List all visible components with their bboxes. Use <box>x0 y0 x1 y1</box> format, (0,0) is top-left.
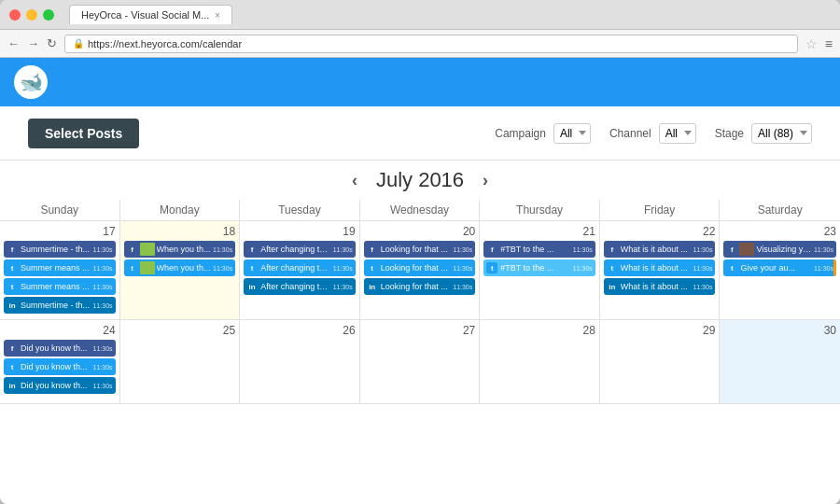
post-item[interactable]: t Looking for that ... 11:30s <box>364 259 476 276</box>
post-item[interactable]: t Did you know th... 11:30s <box>4 358 116 375</box>
channel-filter: Channel All <box>609 123 696 144</box>
reload-button[interactable]: ↻ <box>47 36 57 50</box>
facebook-icon: f <box>486 244 497 255</box>
post-item[interactable]: in What is it about ... 11:30s <box>604 278 716 295</box>
twitter-icon: t <box>7 281 18 292</box>
post-text: Did you know th... <box>21 362 91 371</box>
date-22: 22 <box>604 225 716 238</box>
bookmark-button[interactable]: ☆ <box>805 36 818 51</box>
post-item[interactable]: f When you th... 11:30s <box>124 241 236 258</box>
fullscreen-dot[interactable] <box>43 9 54 21</box>
post-item[interactable]: in Summertime - th... 11:30s <box>4 297 116 314</box>
logo-icon: 🐋 <box>20 71 43 93</box>
lock-icon: 🔒 <box>73 38 84 49</box>
twitter-icon: t <box>607 262 618 273</box>
post-item[interactable]: f Visualizing yo... 11:30s <box>723 241 836 258</box>
facebook-icon: f <box>127 244 138 255</box>
linkedin-icon: in <box>7 300 18 311</box>
post-text: What is it about ... <box>621 263 691 273</box>
date-27: 27 <box>364 324 476 337</box>
twitter-icon: t <box>246 262 258 273</box>
url-text: https://next.heyorca.com/calendar <box>88 38 242 49</box>
month-title: July 2016 <box>376 168 464 192</box>
post-thumbnail <box>140 261 155 274</box>
post-item[interactable]: f Looking for that ... 11:30s <box>364 241 476 258</box>
post-item[interactable]: f #TBT to the ... 11:30s <box>483 241 595 258</box>
post-item[interactable]: f After changing th... 11:30s <box>244 241 356 258</box>
date-30: 30 <box>723 324 836 337</box>
browser-titlebar: HeyOrca - Visual Social M... × <box>0 0 840 30</box>
linkedin-icon: in <box>607 281 618 292</box>
post-item[interactable]: t Summer means ... 11:30s <box>4 259 116 276</box>
post-text: When you th... <box>157 263 212 273</box>
twitter-icon: t <box>726 262 737 273</box>
close-dot[interactable] <box>9 9 21 21</box>
cell-17: 17 f Summertime - th... 11:30s t Summer … <box>0 221 120 320</box>
post-text: Give your au... <box>740 263 811 273</box>
campaign-select[interactable]: All <box>553 123 591 144</box>
post-item[interactable]: in After changing th... 11:30s <box>244 278 356 295</box>
tab-close-icon[interactable]: × <box>215 10 220 21</box>
facebook-icon: f <box>367 244 378 255</box>
post-item[interactable]: in Looking for that ... 11:30s <box>364 278 476 295</box>
post-text: Summer means ... <box>21 263 91 273</box>
forward-button[interactable]: → <box>27 36 39 50</box>
post-item[interactable]: t Summer means ... 11:30s <box>4 278 116 295</box>
app-logo: 🐋 <box>14 65 48 99</box>
twitter-icon: t <box>486 262 497 273</box>
twitter-icon: t <box>7 361 18 372</box>
post-item[interactable]: in Did you know th... 11:30s <box>4 377 116 394</box>
post-text: What is it about ... <box>621 245 691 254</box>
linkedin-icon: in <box>246 281 258 292</box>
post-thumbnail <box>140 243 155 256</box>
post-text: Looking for that ... <box>381 263 451 273</box>
prev-month-button[interactable]: ‹ <box>352 171 357 190</box>
select-posts-button[interactable]: Select Posts <box>28 119 139 148</box>
cell-18: 18 f When you th... 11:30s t When you th… <box>120 221 241 320</box>
cell-22: 22 f What is it about ... 11:30s t What … <box>600 221 721 320</box>
post-item[interactable]: t #TBT to the ... 11:30s <box>483 259 595 276</box>
date-23: 23 <box>723 225 836 238</box>
day-headers: Sunday Monday Tuesday Wednesday Thursday… <box>0 200 840 221</box>
post-item[interactable]: f What is it about ... 11:30s <box>604 241 716 258</box>
post-text: What is it about ... <box>621 282 691 291</box>
cell-19: 19 f After changing th... 11:30s t After… <box>240 221 360 320</box>
linkedin-icon: in <box>367 281 378 292</box>
menu-button[interactable]: ≡ <box>825 36 833 51</box>
post-text: Summertime - th... <box>21 245 91 254</box>
browser-toolbar: ← → ↻ 🔒 https://next.heyorca.com/calenda… <box>0 30 840 58</box>
cell-28: 28 <box>480 320 600 404</box>
cell-30: 30 <box>720 320 840 404</box>
day-header-tue: Tuesday <box>240 200 360 220</box>
day-header-sun: Sunday <box>0 200 120 220</box>
post-item[interactable]: t What is it about ... 11:30s <box>604 259 716 276</box>
back-button[interactable]: ← <box>7 36 20 50</box>
next-month-button[interactable]: › <box>483 171 488 190</box>
facebook-icon: f <box>607 244 618 255</box>
post-item[interactable]: f Did you know th... 11:30s <box>4 340 116 357</box>
post-thumbnail <box>739 243 754 256</box>
stage-select[interactable]: All (88) <box>751 123 812 144</box>
calendar-grid: 17 f Summertime - th... 11:30s t Summer … <box>0 221 840 404</box>
browser-tab[interactable]: HeyOrca - Visual Social M... × <box>69 5 232 24</box>
post-item[interactable]: t After changing th... 11:30s <box>244 259 356 276</box>
post-text: Looking for that ... <box>381 282 451 291</box>
cell-27: 27 <box>360 320 481 404</box>
minimize-dot[interactable] <box>26 9 37 21</box>
calendar-nav: ‹ July 2016 › <box>0 161 840 200</box>
channel-label: Channel <box>609 127 651 140</box>
post-text: After changing th... <box>260 245 330 254</box>
campaign-label: Campaign <box>495 127 546 140</box>
post-item[interactable]: f Summertime - th... 11:30s <box>4 241 116 258</box>
date-18: 18 <box>124 225 236 238</box>
cell-25: 25 <box>120 320 241 404</box>
facebook-icon: f <box>726 244 737 255</box>
channel-select[interactable]: All <box>659 123 696 144</box>
stage-label: Stage <box>715 127 744 140</box>
post-item[interactable]: t Give your au... 11:30s <box>723 259 836 276</box>
day-header-wed: Wednesday <box>360 200 481 220</box>
post-item[interactable]: t When you th... 11:30s <box>124 259 236 276</box>
address-bar[interactable]: 🔒 https://next.heyorca.com/calendar <box>64 35 798 53</box>
cell-20: 20 f Looking for that ... 11:30s t Looki… <box>360 221 481 320</box>
facebook-icon: f <box>7 343 18 354</box>
